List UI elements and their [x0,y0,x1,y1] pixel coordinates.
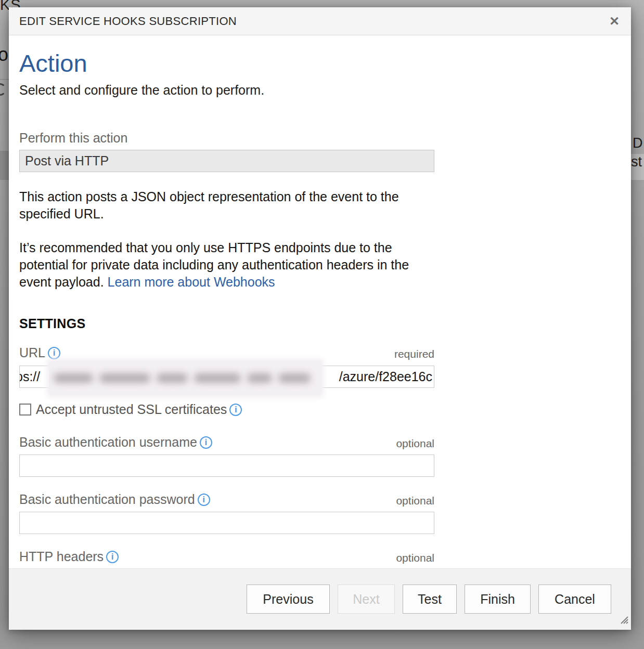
info-icon[interactable]: i [198,494,210,506]
cancel-button[interactable]: Cancel [538,585,611,614]
learn-more-webhooks-link[interactable]: Learn more about Webhooks [108,275,275,289]
url-value-suffix: /azure/f28ee16c [338,366,432,387]
resize-handle[interactable] [618,614,628,626]
url-label-row: URL i required [19,345,434,360]
settings-heading: SETTINGS [19,316,621,331]
url-label: URL [19,345,45,360]
refresh-icon [0,83,6,96]
ssl-checkbox[interactable] [19,404,31,416]
close-icon[interactable]: ✕ [606,7,623,35]
username-input[interactable] [19,455,434,477]
background-row-highlight [0,151,9,180]
test-button[interactable]: Test [403,585,457,614]
optional-badge: optional [396,495,434,507]
http-headers-label: HTTP headers [19,549,104,564]
finish-button[interactable]: Finish [465,585,531,614]
optional-badge: optional [396,552,434,564]
username-label-row: Basic authentication username i optional [19,435,434,450]
required-badge: required [394,348,434,360]
ssl-checkbox-row: Accept untrusted SSL certificates i [19,402,621,417]
background-row-highlight: st [631,154,644,180]
info-icon[interactable]: i [229,404,242,416]
redaction-blur-overlay [49,361,321,395]
action-description: This action posts a JSON object represen… [19,188,435,223]
info-icon[interactable]: i [48,347,60,359]
optional-badge: optional [396,437,434,450]
url-field-wrap: ps:// /azure/f28ee16c [19,366,434,388]
background-divider [0,79,9,80]
perform-action-label: Perform this action [19,131,621,146]
edit-service-hooks-subscription-dialog: EDIT SERVICE HOOKS SUBSCRIPTION ✕ Action… [9,7,631,630]
http-headers-label-row: HTTP headers i optional [19,549,434,564]
https-recommendation: It’s recommended that you only use HTTPS… [19,239,435,291]
ssl-checkbox-label: Accept untrusted SSL certificates [36,402,227,417]
background-text-fragment: st [631,154,642,170]
perform-action-value: Post via HTTP [19,150,434,172]
next-button: Next [338,585,395,614]
password-label: Basic authentication password [19,492,195,507]
dialog-body: Action Select and configure the action t… [9,49,631,564]
background-text-fragment: o [0,44,8,66]
perform-action-text: Post via HTTP [25,153,109,168]
page-title: Action [19,49,621,78]
url-value-prefix: ps:// [19,369,40,384]
dialog-footer: Previous Next Test Finish Cancel [9,568,631,630]
previous-button[interactable]: Previous [247,585,330,614]
info-icon[interactable]: i [106,551,119,563]
dialog-header: EDIT SERVICE HOOKS SUBSCRIPTION ✕ [9,7,631,35]
info-icon[interactable]: i [200,436,212,449]
username-label: Basic authentication username [19,435,197,450]
password-input[interactable] [19,512,434,534]
password-label-row: Basic authentication password i optional [19,492,434,507]
dialog-title: EDIT SERVICE HOOKS SUBSCRIPTION [19,15,237,28]
background-text-fragment: D [633,135,643,151]
page-subtitle: Select and configure the action to perfo… [19,83,621,98]
